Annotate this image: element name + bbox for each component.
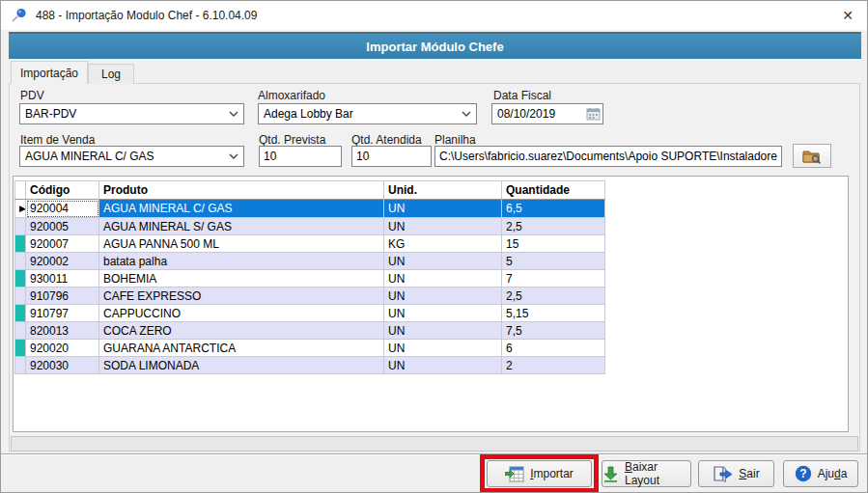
importar-button[interactable]: Importar xyxy=(487,460,592,487)
browse-file-button[interactable] xyxy=(793,144,831,168)
pdv-value: BAR-PDV xyxy=(25,107,224,121)
cell-quantidade[interactable]: 2,5 xyxy=(502,218,605,235)
column-header-codigo[interactable]: Código xyxy=(26,181,99,200)
item-venda-value: AGUA MINERAL C/ GAS xyxy=(25,150,224,163)
sair-button[interactable]: Sair xyxy=(698,460,774,487)
data-fiscal-label: Data Fiscal xyxy=(493,89,551,102)
window-title: 488 - Importação Modulo Chef - 6.10.04.0… xyxy=(36,9,257,22)
cell-produto[interactable]: AGUA PANNA 500 ML xyxy=(99,235,384,253)
cell-quantidade[interactable]: 5,15 xyxy=(502,305,605,322)
row-indicator: ▶ xyxy=(15,305,26,322)
column-header-unid[interactable]: Unid. xyxy=(384,181,502,200)
cell-unid[interactable]: UN xyxy=(384,288,502,305)
product-table-body: ▶ 920004 AGUA MINERAL C/ GAS UN 6,5 ▶ 92… xyxy=(15,200,605,374)
cell-produto[interactable]: batata palha xyxy=(99,253,384,270)
column-header-quantidade[interactable]: Quantidade xyxy=(502,181,605,200)
cell-unid[interactable]: UN xyxy=(384,357,502,374)
qtd-atendida-label: Qtd. Atendida xyxy=(351,133,422,147)
cell-unid[interactable]: UN xyxy=(384,305,502,322)
cell-unid[interactable]: UN xyxy=(384,253,502,270)
cell-codigo[interactable]: 910797 xyxy=(26,305,99,322)
cell-quantidade[interactable]: 6 xyxy=(502,340,605,357)
chevron-down-icon[interactable] xyxy=(224,153,243,159)
button-bar: Importar Baixar Layout Sair ? Ajuda xyxy=(1,453,868,493)
row-indicator: ▶ xyxy=(15,200,26,218)
cell-codigo[interactable]: 920005 xyxy=(26,218,99,235)
cell-codigo[interactable]: 920020 xyxy=(26,340,99,357)
cell-quantidade[interactable]: 7,5 xyxy=(502,322,605,340)
row-indicator: ▶ xyxy=(15,253,26,270)
cell-unid[interactable]: UN xyxy=(384,270,502,288)
cell-unid[interactable]: UN xyxy=(384,340,502,357)
cell-produto[interactable]: CAPPUCCINO xyxy=(99,305,384,322)
column-header-produto[interactable]: Produto xyxy=(99,181,384,200)
cell-unid[interactable]: KG xyxy=(384,235,502,253)
pdv-combobox[interactable]: BAR-PDV xyxy=(19,103,244,124)
table-row[interactable]: ▶ 930011 BOHEMIA UN 7 xyxy=(15,270,605,288)
table-row[interactable]: ▶ 920002 batata palha UN 5 xyxy=(15,253,605,270)
row-indicator: ▶ xyxy=(15,288,26,305)
cell-unid[interactable]: UN xyxy=(384,218,502,235)
table-row[interactable]: ▶ 920020 GUARANA ANTARCTICA UN 6 xyxy=(15,340,605,357)
almoxarifado-label: Almoxarifado xyxy=(258,89,325,102)
cell-unid[interactable]: UN xyxy=(384,322,502,340)
cell-codigo[interactable]: 920002 xyxy=(26,253,99,270)
importar-label: Importar xyxy=(530,467,574,480)
table-row[interactable]: ▶ 820013 COCA ZERO UN 7,5 xyxy=(15,322,605,340)
cell-quantidade[interactable]: 5 xyxy=(502,253,605,270)
close-icon[interactable]: ✕ xyxy=(828,1,867,30)
cell-produto[interactable]: SODA LIMONADA xyxy=(99,357,384,374)
cell-produto[interactable]: GUARANA ANTARCTICA xyxy=(99,340,384,357)
cell-codigo[interactable]: 920007 xyxy=(26,235,99,253)
baixar-layout-button[interactable]: Baixar Layout xyxy=(602,460,691,487)
titlebar: 488 - Importação Modulo Chef - 6.10.04.0… xyxy=(1,1,867,30)
cell-produto[interactable]: CAFE EXPRESSO xyxy=(99,288,384,305)
pushpin-icon xyxy=(11,7,28,24)
item-venda-combobox[interactable]: AGUA MINERAL C/ GAS xyxy=(19,146,244,167)
row-selector-arrow-icon: ▶ xyxy=(19,204,26,213)
table-panel: Código Produto Unid. Quantidade ▶ 920004… xyxy=(13,176,849,432)
status-strip xyxy=(11,436,858,452)
cell-codigo[interactable]: 930011 xyxy=(26,270,99,288)
cell-codigo[interactable]: 920030 xyxy=(26,357,99,374)
row-indicator: ▶ xyxy=(15,357,26,374)
table-row[interactable]: ▶ 920007 AGUA PANNA 500 ML KG 15 xyxy=(15,235,605,253)
cell-quantidade[interactable]: 2,5 xyxy=(502,288,605,305)
almoxarifado-combobox[interactable]: Adega Lobby Bar xyxy=(258,103,477,124)
calendar-icon[interactable] xyxy=(583,107,602,121)
cell-produto[interactable]: COCA ZERO xyxy=(99,322,384,340)
cell-quantidade[interactable]: 6,5 xyxy=(502,200,605,218)
table-row[interactable]: ▶ 910797 CAPPUCCINO UN 5,15 xyxy=(15,305,605,322)
data-fiscal-value: 08/10/2019 xyxy=(497,107,583,121)
cell-quantidade[interactable]: 2 xyxy=(502,357,605,374)
planilha-label: Planilha xyxy=(434,133,476,147)
planilha-input[interactable] xyxy=(434,146,782,167)
data-fiscal-field[interactable]: 08/10/2019 xyxy=(491,103,603,124)
row-indicator: ▶ xyxy=(15,322,26,340)
exit-door-icon xyxy=(713,465,733,482)
cell-produto[interactable]: AGUA MINERAL C/ GAS xyxy=(99,200,384,218)
cell-codigo[interactable]: 910796 xyxy=(26,288,99,305)
row-indicator: ▶ xyxy=(15,340,26,357)
qtd-prevista-input[interactable] xyxy=(259,146,342,167)
cell-codigo[interactable]: 920004 xyxy=(26,200,99,218)
cell-produto[interactable]: AGUA MINERAL S/ GAS xyxy=(99,218,384,235)
table-row[interactable]: ▶ 920005 AGUA MINERAL S/ GAS UN 2,5 xyxy=(15,218,605,235)
ajuda-button[interactable]: ? Ajuda xyxy=(783,460,858,487)
cell-quantidade[interactable]: 7 xyxy=(502,270,605,288)
ajuda-label: Ajuda xyxy=(818,467,848,480)
cell-codigo[interactable]: 820013 xyxy=(26,322,99,340)
row-indicator: ▶ xyxy=(15,218,26,235)
cell-produto[interactable]: BOHEMIA xyxy=(99,270,384,288)
table-row[interactable]: ▶ 920030 SODA LIMONADA UN 2 xyxy=(15,357,605,374)
folder-search-icon xyxy=(802,149,822,164)
cell-unid[interactable]: UN xyxy=(384,200,502,218)
qtd-atendida-input[interactable] xyxy=(351,146,432,167)
table-row[interactable]: ▶ 910796 CAFE EXPRESSO UN 2,5 xyxy=(15,288,605,305)
cell-quantidade[interactable]: 15 xyxy=(502,235,605,253)
tab-log[interactable]: Log xyxy=(88,64,134,84)
chevron-down-icon[interactable] xyxy=(457,111,476,117)
table-row[interactable]: ▶ 920004 AGUA MINERAL C/ GAS UN 6,5 xyxy=(15,200,605,218)
chevron-down-icon[interactable] xyxy=(224,111,243,117)
tab-importacao[interactable]: Importação xyxy=(11,61,88,84)
